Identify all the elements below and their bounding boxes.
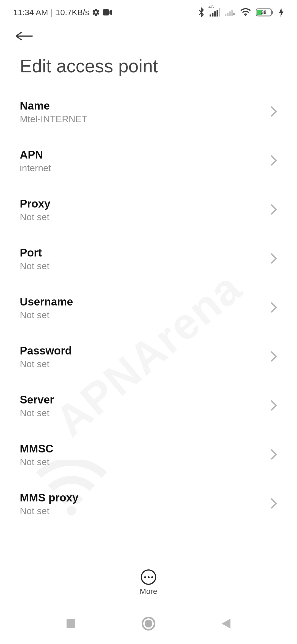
svg-rect-4 [217, 10, 218, 17]
chevron-right-icon [271, 400, 277, 412]
svg-rect-9 [231, 10, 233, 16]
apn-item-proxy[interactable]: Proxy Not set [0, 185, 297, 234]
item-label: Password [20, 345, 72, 357]
svg-rect-7 [227, 13, 229, 16]
more-icon [144, 576, 153, 578]
chevron-right-icon [271, 498, 277, 510]
chevron-right-icon [271, 155, 277, 167]
apn-item-port[interactable]: Port Not set [0, 234, 297, 283]
system-nav-bar [0, 604, 297, 644]
video-icon [103, 9, 112, 16]
chevron-right-icon [271, 302, 277, 314]
svg-rect-6 [225, 14, 226, 16]
status-speed: 10.7KB/s [56, 8, 89, 17]
nav-home-button[interactable] [141, 616, 156, 632]
chevron-right-icon [271, 351, 277, 363]
chevron-right-icon [271, 106, 277, 118]
item-label: Port [20, 247, 50, 259]
svg-text:38: 38 [261, 10, 266, 15]
item-value: Not set [20, 359, 72, 369]
status-bar: 11:34 AM | 10.7KB/s 4G [0, 0, 297, 25]
item-label: MMSC [20, 443, 53, 455]
page-title: Edit access point [0, 49, 297, 88]
nav-back-button[interactable] [221, 618, 232, 631]
nav-recent-button[interactable] [65, 618, 76, 630]
item-value: Not set [20, 212, 50, 222]
svg-rect-8 [229, 12, 231, 16]
svg-rect-0 [103, 9, 109, 16]
item-value: Not set [20, 261, 50, 271]
bluetooth-icon [198, 7, 205, 17]
svg-point-10 [245, 15, 246, 16]
apn-item-server[interactable]: Server Not set [0, 381, 297, 430]
item-value: internet [20, 163, 51, 173]
apn-item-apn[interactable]: APN internet [0, 137, 297, 185]
svg-rect-3 [214, 11, 216, 17]
item-label: Name [20, 100, 87, 112]
charging-icon [279, 8, 284, 17]
svg-point-19 [145, 620, 152, 627]
svg-rect-17 [67, 619, 75, 628]
svg-rect-12 [272, 11, 273, 14]
apn-item-username[interactable]: Username Not set [0, 283, 297, 332]
more-button[interactable] [141, 569, 156, 585]
item-label: Server [20, 394, 54, 406]
apn-item-name[interactable]: Name Mtel-INTERNET [0, 88, 297, 137]
wifi-icon [240, 8, 251, 17]
item-value: Not set [20, 310, 73, 320]
svg-rect-2 [212, 13, 214, 17]
item-label: APN [20, 149, 51, 161]
apn-item-password[interactable]: Password Not set [0, 332, 297, 381]
item-value: Not set [20, 408, 54, 418]
watermark-wifi-icon [36, 460, 107, 521]
battery-icon: 38 [256, 8, 274, 17]
svg-rect-1 [210, 15, 211, 17]
settings-icon [92, 8, 100, 17]
item-label: Username [20, 296, 73, 308]
chevron-right-icon [271, 449, 277, 461]
back-button[interactable] [15, 30, 33, 43]
signal-sim1-icon: 4G [210, 8, 220, 17]
item-value: Mtel-INTERNET [20, 114, 87, 124]
chevron-right-icon [271, 204, 277, 216]
signal-sim2-icon [225, 8, 235, 17]
item-label: Proxy [20, 198, 50, 210]
svg-rect-5 [219, 8, 220, 17]
apn-settings-list: Name Mtel-INTERNET APN internet Proxy No… [0, 88, 297, 644]
svg-point-16 [67, 506, 76, 516]
status-time: 11:34 AM [13, 8, 48, 17]
chevron-right-icon [271, 253, 277, 265]
